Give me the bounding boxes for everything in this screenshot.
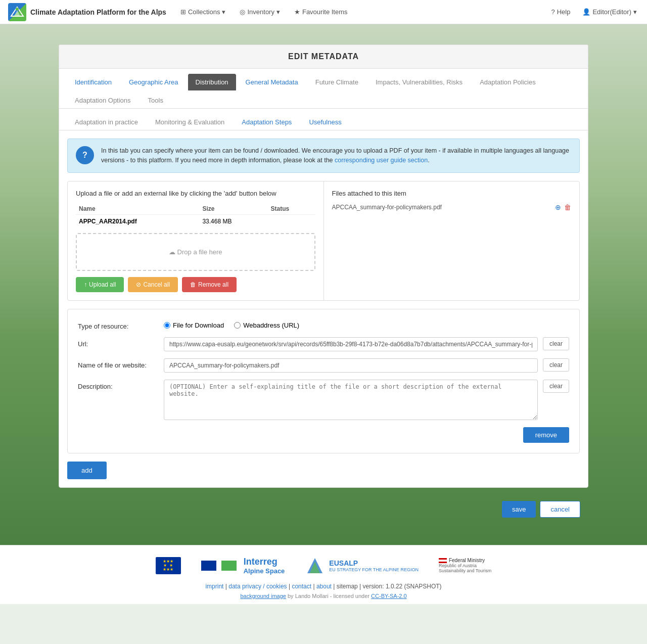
radio-group: File for Download Webaddress (URL) xyxy=(164,319,299,329)
tab-future-climate[interactable]: Future Climate xyxy=(308,74,366,90)
drop-zone[interactable]: ☁ Drop a file here xyxy=(76,233,315,271)
tab-impacts[interactable]: Impacts, Vulnerabilities, Risks xyxy=(368,74,470,90)
main-background: EDIT METADATA Identification Geographic … xyxy=(0,24,647,545)
about-link[interactable]: about xyxy=(316,583,332,590)
col-size: Size xyxy=(199,203,267,215)
url-input[interactable] xyxy=(164,337,538,351)
nav-links: ⊞ Collections ▾ ◎ Inventory ▾ ★ Favourit… xyxy=(178,8,549,16)
eusalp-logo: EUSALP EU STRATEGY FOR THE ALPINE REGION xyxy=(305,556,419,576)
interreg-green-flag xyxy=(221,561,237,571)
bg-image-link[interactable]: background image xyxy=(240,593,286,599)
eu-logo: ★★★★ ★★★★ xyxy=(156,557,181,574)
tab-adaptation-policies[interactable]: Adaptation Policies xyxy=(472,74,543,90)
tab-distribution[interactable]: Distribution xyxy=(188,74,236,90)
eu-stars: ★★★★ ★★★★ xyxy=(163,560,173,572)
star-icon: ★ xyxy=(294,8,300,16)
add-section: add xyxy=(59,462,588,487)
user-chevron: ▾ xyxy=(633,8,637,16)
bg-image-credit: background image by Lando Mollari - lice… xyxy=(240,593,406,599)
remove-all-button[interactable]: 🗑 Remove all xyxy=(182,277,237,292)
add-button[interactable]: add xyxy=(67,462,107,479)
file-table: Name Size Status APPC_AAR2014.pdf 33.468… xyxy=(76,203,315,228)
metadata-card: EDIT METADATA Identification Geographic … xyxy=(59,44,588,488)
metadata-header: EDIT METADATA xyxy=(59,45,588,69)
footer-logos: ★★★★ ★★★★ Interreg Alpine Space EUSALP E… xyxy=(8,556,639,576)
url-label: Url: xyxy=(78,337,159,348)
type-of-resource-row: Type of resource: File for Download Weba… xyxy=(78,319,569,330)
user-icon: 👤 xyxy=(582,8,590,16)
file-status xyxy=(268,214,315,228)
drop-zone-text: Drop a file here xyxy=(177,248,222,256)
content-box: EDIT METADATA Identification Geographic … xyxy=(51,34,596,535)
inventory-icon: ◎ xyxy=(240,8,245,16)
tabs-row-2: Adaptation in practice Monitoring & Eval… xyxy=(59,109,588,130)
svg-point-2 xyxy=(16,8,19,11)
upload-left-panel: Upload a file or add an external like by… xyxy=(68,181,324,300)
tab-adaptation-steps[interactable]: Adaptation Steps xyxy=(234,114,299,130)
delete-file-icon[interactable]: 🗑 xyxy=(564,203,571,211)
name-label: Name of file or website: xyxy=(78,358,159,369)
remove-button[interactable]: remove xyxy=(523,427,569,443)
tab-general-metadata[interactable]: General Metadata xyxy=(238,74,306,90)
download-icon[interactable]: ⊕ xyxy=(555,203,561,211)
resource-form: Type of resource: File for Download Weba… xyxy=(67,309,580,453)
save-button[interactable]: save xyxy=(502,501,536,518)
name-row: Name of file or website: clear xyxy=(78,358,569,373)
description-clear-button[interactable]: clear xyxy=(543,380,569,393)
eusalp-mountain-icon xyxy=(305,556,325,576)
eusalp-text-block: EUSALP EU STRATEGY FOR THE ALPINE REGION xyxy=(329,559,419,572)
tab-adaptation-in-practice[interactable]: Adaptation in practice xyxy=(67,114,146,130)
imprint-link[interactable]: imprint xyxy=(205,583,223,590)
name-input[interactable] xyxy=(164,358,538,373)
nav-collections[interactable]: ⊞ Collections ▾ xyxy=(178,8,228,16)
app-logo-area[interactable]: Climate Adaptation Platform for the Alps xyxy=(8,3,166,21)
url-row: Url: clear xyxy=(78,337,569,351)
nav-favourites[interactable]: ★ Favourite Items xyxy=(292,8,350,16)
cancel-all-button[interactable]: ⊘ Cancel all xyxy=(128,277,178,292)
app-title: Climate Adaptation Platform for the Alps xyxy=(30,8,166,16)
footer-links: imprint | data privacy / cookies | conta… xyxy=(8,583,639,590)
nav-user[interactable]: 👤 Editor(Editor) ▾ xyxy=(580,8,639,16)
collections-icon: ⊞ xyxy=(180,8,186,16)
tab-monitoring-evaluation[interactable]: Monitoring & Evaluation xyxy=(148,114,232,130)
inventory-chevron: ▾ xyxy=(276,8,280,16)
tab-tools[interactable]: Tools xyxy=(141,92,171,109)
upload-section: Upload a file or add an external like by… xyxy=(67,181,580,301)
attach-action-icons: ⊕ 🗑 xyxy=(555,203,571,211)
upload-icon: ↑ xyxy=(84,281,87,288)
nav-right-area: ? Help 👤 Editor(Editor) ▾ xyxy=(549,8,639,16)
nav-help[interactable]: ? Help xyxy=(549,8,572,16)
privacy-link[interactable]: data privacy / cookies xyxy=(228,583,287,590)
interreg-eu-flag xyxy=(201,561,216,571)
upload-all-button[interactable]: ↑ Upload all xyxy=(76,277,124,292)
federal-flag: Federal Ministry xyxy=(439,558,491,563)
attached-file-name: APCCAA_summary-for-policymakers.pdf xyxy=(332,204,442,211)
remove-row: remove xyxy=(78,427,569,443)
footer-bottom: background image by Lando Mollari - lice… xyxy=(8,593,639,599)
attached-file-row: APCCAA_summary-for-policymakers.pdf ⊕ 🗑 xyxy=(332,203,572,211)
tab-identification[interactable]: Identification xyxy=(67,74,119,90)
contact-link[interactable]: contact xyxy=(292,583,311,590)
tab-adaptation-options[interactable]: Adaptation Options xyxy=(67,92,138,109)
save-cancel-row: save cancel xyxy=(59,494,588,525)
top-navigation: Climate Adaptation Platform for the Alps… xyxy=(0,0,647,24)
trash-icon: 🗑 xyxy=(190,281,196,288)
upload-buttons-row: ↑ Upload all ⊘ Cancel all 🗑 Remove all xyxy=(76,277,315,292)
cancel-button[interactable]: cancel xyxy=(540,501,580,518)
federal-ministry-logo: Federal Ministry Republic of Austria Sus… xyxy=(439,558,491,573)
files-attached-title: Files attached to this item xyxy=(332,190,572,197)
info-box: ? In this tab you can specify where your… xyxy=(67,139,580,173)
description-textarea[interactable] xyxy=(164,380,538,420)
type-label: Type of resource: xyxy=(78,319,159,330)
radio-webaddress[interactable]: Webaddress (URL) xyxy=(234,321,299,329)
info-icon: ? xyxy=(76,146,94,164)
file-size: 33.468 MB xyxy=(199,214,267,228)
license-link[interactable]: CC-BY-SA-2.0 xyxy=(371,593,407,599)
tab-geographic-area[interactable]: Geographic Area xyxy=(121,74,186,90)
nav-inventory[interactable]: ◎ Inventory ▾ xyxy=(238,8,282,16)
url-clear-button[interactable]: clear xyxy=(543,337,569,350)
user-guide-link[interactable]: corresponding user guide section xyxy=(335,157,428,164)
radio-file-download[interactable]: File for Download xyxy=(164,321,224,329)
name-clear-button[interactable]: clear xyxy=(543,358,569,372)
tab-usefulness[interactable]: Usefulness xyxy=(301,114,349,130)
